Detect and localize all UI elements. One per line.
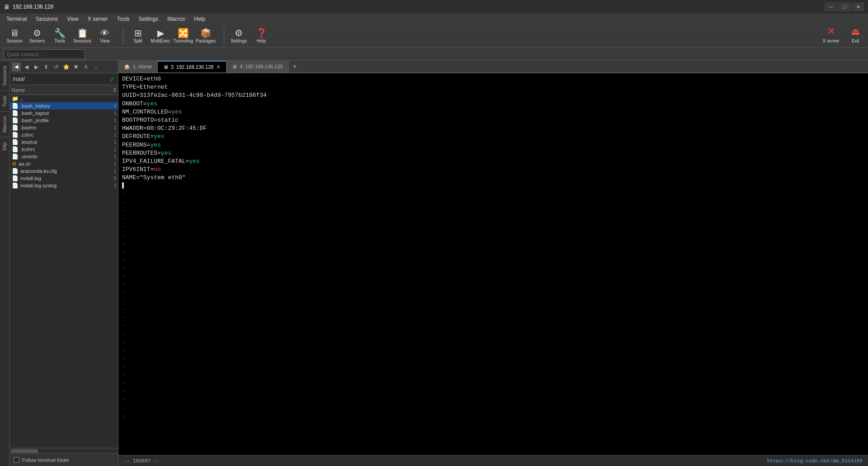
path-text: /root/ xyxy=(13,76,108,82)
help-label: Help xyxy=(257,38,266,43)
hscroll-thumb[interactable] xyxy=(11,449,38,453)
sidebar-tabs: Sessions Tools Macros Sftp xyxy=(0,61,10,466)
tunneling-label: Tunneling xyxy=(173,38,193,43)
file-count: 1 xyxy=(107,147,116,152)
tab-128-icon: 🖥 xyxy=(163,64,168,70)
menu-terminal[interactable]: Terminal xyxy=(2,15,31,23)
collapse-panel-button[interactable]: ◀ xyxy=(12,62,21,71)
menu-settings[interactable]: Settings xyxy=(134,15,163,23)
file-name: .bashrc xyxy=(20,125,105,130)
sidebar-tab-sessions[interactable]: Sessions xyxy=(0,61,9,90)
close-button[interactable]: ✕ xyxy=(852,2,864,11)
toolbar: 🖥 Session ⚙ Servers 🔧 Tools 📋 Sessions 👁… xyxy=(0,24,868,48)
col-count-header: 5 xyxy=(107,87,116,93)
file-name: install.log xyxy=(20,176,105,181)
xserver-button[interactable]: ✕ X server xyxy=(819,26,843,47)
file-icon: 📄 xyxy=(12,182,19,189)
menu-help[interactable]: Help xyxy=(189,15,210,23)
file-icon: 📄 xyxy=(12,103,19,109)
status-url: https://blog.csdn.net/m0_5114155 xyxy=(767,458,863,464)
fp-download-button[interactable]: ↓ xyxy=(91,62,100,71)
file-name: install.log.syslog xyxy=(20,183,105,188)
list-item[interactable]: 📄.bash_history4 xyxy=(10,102,118,109)
menu-sessions[interactable]: Sessions xyxy=(31,15,62,23)
multiexec-button[interactable]: ▶ MultiExec xyxy=(150,26,171,47)
tunneling-icon: 🔀 xyxy=(178,29,189,38)
fp-up-button[interactable]: ⬆ xyxy=(42,62,51,71)
list-item[interactable]: 📄.bash_logout1 xyxy=(10,109,118,117)
tab-192-168-136-128[interactable]: 🖥 3. 192.168.136.128 ✕ xyxy=(158,61,227,72)
view-button[interactable]: 👁 View xyxy=(94,26,116,47)
list-item[interactable]: 📁.. xyxy=(10,95,118,102)
tab-133-icon: 🖥 xyxy=(232,64,237,69)
terminal-content[interactable]: DEVICE=eth0 TYPE=Ethernet UUID=313fe2ac-… xyxy=(118,73,868,455)
list-item[interactable]: 📄.bash_profile1 xyxy=(10,117,118,124)
settings-icon: ⚙ xyxy=(235,29,243,38)
tab-home-icon: 🏠 xyxy=(124,64,130,70)
fp-delete-button[interactable]: ✖ xyxy=(71,62,80,71)
minimize-button[interactable]: ─ xyxy=(825,2,837,11)
exit-button[interactable]: ⏏ Exit xyxy=(846,26,864,47)
follow-terminal-checkbox[interactable] xyxy=(14,457,19,463)
menu-tools[interactable]: Tools xyxy=(113,15,134,23)
list-item[interactable]: 📄install.log9 xyxy=(10,175,118,182)
file-icon: 📁 xyxy=(12,95,19,102)
help-button[interactable]: ❓ Help xyxy=(250,26,272,47)
list-item[interactable]: 📄.cshrc1 xyxy=(10,131,118,138)
title-bar: 🖥 192.168.136.128 ─ □ ✕ xyxy=(0,0,868,14)
file-name: .cshrc xyxy=(20,132,105,138)
fp-back-button[interactable]: ◀ xyxy=(22,62,31,71)
settings-label: Settings xyxy=(231,38,247,43)
file-count: 1 xyxy=(107,154,116,159)
tools-button[interactable]: 🔧 Tools xyxy=(49,26,71,47)
tab-192-168-136-133[interactable]: 🖥 4. 192.168.136.133 xyxy=(226,61,288,72)
sessions-icon: 📋 xyxy=(77,29,88,38)
file-name: .bash_profile xyxy=(20,118,105,123)
menu-xserver[interactable]: X server xyxy=(83,15,113,23)
servers-button[interactable]: ⚙ Servers xyxy=(26,26,48,47)
sidebar-tab-sftp[interactable]: Sftp xyxy=(0,137,9,156)
tab-home-label: 1. Home xyxy=(133,64,152,69)
file-panel-bottom: Follow terminal folder xyxy=(10,453,118,466)
fp-label-button[interactable]: A xyxy=(81,62,90,71)
fp-bookmark-button[interactable]: ⭐ xyxy=(61,62,71,71)
menu-macros[interactable]: Macros xyxy=(163,15,189,23)
list-item[interactable]: 📄anaconda-ks.cfg1 xyxy=(10,167,118,175)
file-icon: 📄 xyxy=(12,146,19,152)
toolbar-group-main: 🖥 Session ⚙ Servers 🔧 Tools 📋 Sessions 👁… xyxy=(4,26,116,47)
sidebar-tab-tools[interactable]: Tools xyxy=(0,90,9,112)
sidebar-tab-macros[interactable]: Macros xyxy=(0,111,9,137)
sessions-label: Sessions xyxy=(73,38,92,43)
list-item[interactable]: 📄install.log.syslog3 xyxy=(10,182,118,189)
settings-button[interactable]: ⚙ Settings xyxy=(228,26,250,47)
list-item[interactable]: 📄.tcshrc1 xyxy=(10,146,118,153)
packages-button[interactable]: 📦 Packages xyxy=(195,26,217,47)
new-tab-button[interactable]: + xyxy=(288,61,301,72)
list-item[interactable]: 📄.bashrc1 xyxy=(10,124,118,131)
exit-label: Exit xyxy=(852,38,859,43)
title-text: 192.168.136.128 xyxy=(13,4,825,10)
list-item[interactable]: 📄.lesshst1 xyxy=(10,138,118,146)
tab-home[interactable]: 🏠 1. Home xyxy=(118,61,158,72)
sessions-button[interactable]: 📋 Sessions xyxy=(71,26,93,47)
tunneling-button[interactable]: 🔀 Tunneling xyxy=(172,26,194,47)
file-count: 1 xyxy=(107,118,116,123)
file-icon: 📄 xyxy=(12,132,19,138)
file-name: .bash_logout xyxy=(20,110,105,116)
list-item[interactable]: ⚙aa.sh1 xyxy=(10,160,118,167)
quick-connect-input[interactable] xyxy=(4,49,85,59)
file-count: 3 xyxy=(107,183,116,188)
file-count: 1 xyxy=(107,140,116,145)
maximize-button[interactable]: □ xyxy=(838,2,851,11)
tools-icon: 🔧 xyxy=(54,29,66,38)
menu-view[interactable]: View xyxy=(62,15,83,23)
session-button[interactable]: 🖥 Session xyxy=(4,26,25,47)
fp-forward-button[interactable]: ▶ xyxy=(32,62,41,71)
tab-128-close[interactable]: ✕ xyxy=(216,64,221,70)
horizontal-scrollbar[interactable] xyxy=(10,448,118,453)
tools-label: Tools xyxy=(54,38,65,43)
list-item[interactable]: 📄.viminfo1 xyxy=(10,153,118,160)
fp-refresh-button[interactable]: ↺ xyxy=(52,62,61,71)
split-button[interactable]: ⊞ Split xyxy=(127,26,149,47)
toolbar-group-split: ⊞ Split ▶ MultiExec 🔀 Tunneling 📦 Packag… xyxy=(127,26,217,47)
